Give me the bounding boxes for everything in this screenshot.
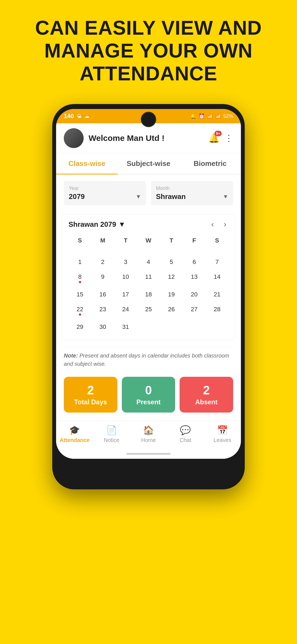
calendar-day[interactable]: 7: [206, 255, 229, 269]
notification-badge: 9+: [215, 131, 222, 136]
calendar-day[interactable]: 21: [206, 287, 229, 302]
home-bar: [127, 453, 170, 455]
month-dropdown-arrow: ▼: [223, 193, 228, 200]
calendar-day[interactable]: 23: [91, 302, 114, 320]
month-value: Shrawan: [156, 192, 186, 201]
calendar-day[interactable]: 4: [137, 255, 160, 269]
calendar-day[interactable]: 16: [91, 287, 114, 302]
avatar[interactable]: [64, 128, 84, 148]
calendar-day[interactable]: 26: [160, 302, 183, 320]
avatar-image: [64, 128, 84, 148]
calendar-day[interactable]: 22: [68, 302, 91, 320]
calendar-day[interactable]: 18: [137, 287, 160, 302]
filters-section: Year 2079 ▼ Month Shrawan ▼: [56, 174, 241, 212]
camera-notch: [141, 112, 156, 127]
status-weather-icon: 🌤: [77, 113, 82, 119]
nav-leaves[interactable]: 📅 Leaves: [204, 425, 241, 443]
calendar-day[interactable]: 1: [68, 255, 91, 269]
calendar-day[interactable]: 15: [68, 287, 91, 302]
note-section: Note: Present and absent days in calenda…: [56, 342, 241, 372]
calendar-day-header: S: [68, 234, 91, 247]
absent-number: 2: [184, 383, 229, 397]
calendar-grid: SMTWTFS123456789101112131415161718192021…: [68, 234, 229, 334]
calendar-day[interactable]: 9: [91, 269, 114, 287]
year-dropdown-arrow: ▼: [136, 193, 141, 200]
stats-row: 2 Total Days 0 Present 2 Absent: [56, 372, 241, 420]
nav-chat[interactable]: 💬 Chat: [167, 425, 204, 443]
welcome-text: Welcome Man Utd !: [89, 133, 204, 143]
calendar-day[interactable]: 29: [68, 320, 91, 334]
tab-biometric[interactable]: Biometric: [179, 153, 241, 174]
total-days-number: 2: [68, 383, 113, 397]
calendar-day[interactable]: 11: [137, 269, 160, 287]
calendar-day-header: S: [206, 234, 229, 247]
calendar-day[interactable]: 25: [137, 302, 160, 320]
month-filter[interactable]: Month Shrawan ▼: [151, 181, 233, 205]
calendar-day[interactable]: 12: [160, 269, 183, 287]
calendar-day: [137, 320, 160, 334]
calendar-day-header: W: [137, 234, 160, 247]
calendar-day[interactable]: 13: [183, 269, 206, 287]
notification-bell[interactable]: 🔔 9+: [208, 133, 219, 143]
home-indicator: [56, 449, 241, 459]
app-header: Welcome Man Utd ! 🔔 9+ ⋮: [56, 123, 241, 153]
calendar-day: [114, 247, 137, 255]
more-options-icon[interactable]: ⋮: [224, 133, 233, 143]
calendar-day-header: M: [91, 234, 114, 247]
phone-screen: 140 🌤 ☁ 🔔 ⏰ 📶 📶 52% Welcome Man Utd ! 🔔: [56, 109, 241, 459]
calendar-prev-button[interactable]: ‹: [209, 220, 216, 229]
calendar-day[interactable]: 17: [114, 287, 137, 302]
calendar-day[interactable]: 30: [91, 320, 114, 334]
hero-title: CAN EASILY VIEW AND MANAGE YOUR OWN ATTE…: [0, 17, 297, 85]
calendar-day[interactable]: 20: [183, 287, 206, 302]
notice-icon: 📄: [106, 425, 117, 435]
note-text: Note: Present and absent days in calenda…: [64, 347, 233, 368]
calendar-day[interactable]: 28: [206, 302, 229, 320]
calendar-dropdown-icon[interactable]: ▼: [118, 220, 125, 229]
year-filter[interactable]: Year 2079 ▼: [64, 181, 146, 205]
calendar-day-header: T: [114, 234, 137, 247]
attendance-icon: 🎓: [69, 425, 80, 435]
status-icons: 🔔 ⏰ 📶 📶 52%: [190, 113, 233, 119]
calendar: Shrawan 2079 ▼ ‹ › SMTWTFS12345678910111…: [62, 214, 235, 340]
present-number: 0: [126, 383, 171, 397]
calendar-absence-dot: [79, 281, 81, 283]
chat-icon: 💬: [180, 425, 191, 435]
leaves-icon: 📅: [217, 425, 228, 435]
calendar-day[interactable]: 6: [183, 255, 206, 269]
calendar-day[interactable]: 14: [206, 269, 229, 287]
status-alarm-icon: 🔔: [190, 113, 196, 119]
calendar-day[interactable]: 2: [91, 255, 114, 269]
tab-class-wise[interactable]: Class-wise: [56, 153, 118, 174]
present-label: Present: [126, 398, 171, 406]
calendar-day[interactable]: 31: [114, 320, 137, 334]
note-bold: Note:: [64, 353, 78, 359]
header-icons: 🔔 9+ ⋮: [208, 133, 233, 143]
calendar-day[interactable]: 24: [114, 302, 137, 320]
attendance-nav-label: Attendance: [60, 437, 90, 443]
calendar-day[interactable]: 3: [114, 255, 137, 269]
calendar-day: [137, 247, 160, 255]
calendar-day[interactable]: 8: [68, 269, 91, 287]
nav-home[interactable]: 🏠 Home: [130, 425, 167, 443]
home-nav-label: Home: [141, 437, 156, 443]
month-value-row: Shrawan ▼: [156, 192, 228, 201]
calendar-day: [206, 320, 229, 334]
calendar-day[interactable]: 10: [114, 269, 137, 287]
status-cloud-icon: ☁: [84, 113, 89, 119]
nav-attendance[interactable]: 🎓 Attendance: [56, 425, 93, 443]
status-wifi-icon: 📶: [207, 113, 213, 119]
calendar-next-button[interactable]: ›: [222, 220, 229, 229]
calendar-day[interactable]: 5: [160, 255, 183, 269]
status-signal-icon: 📶: [215, 113, 221, 119]
calendar-day[interactable]: 19: [160, 287, 183, 302]
chat-nav-label: Chat: [180, 437, 191, 443]
status-clock-icon: ⏰: [199, 113, 205, 119]
year-label: Year: [69, 185, 141, 191]
calendar-day-header: T: [160, 234, 183, 247]
nav-notice[interactable]: 📄 Notice: [93, 425, 130, 443]
tab-subject-wise[interactable]: Subject-wise: [118, 153, 179, 174]
month-label: Month: [156, 185, 228, 191]
calendar-day[interactable]: 27: [183, 302, 206, 320]
calendar-day: [160, 320, 183, 334]
